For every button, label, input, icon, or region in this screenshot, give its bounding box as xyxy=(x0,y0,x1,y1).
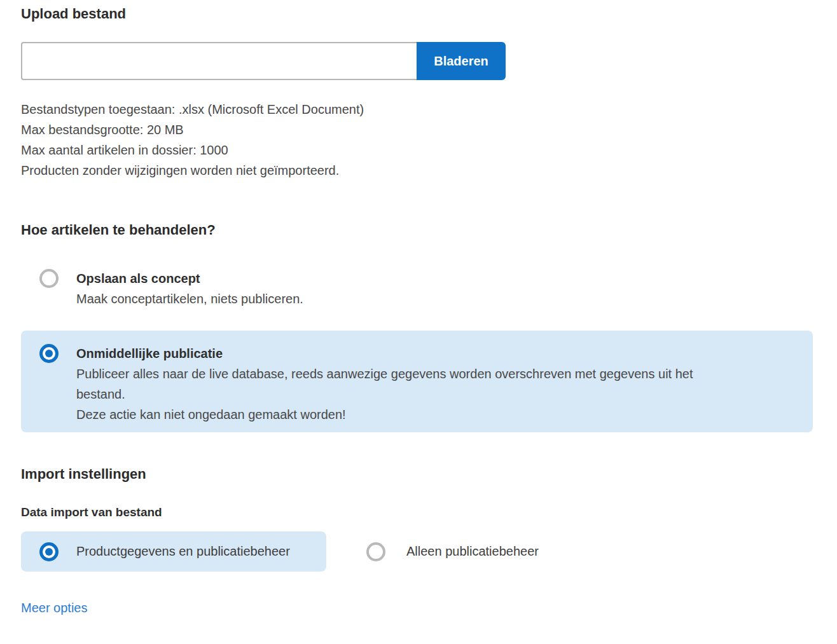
option-save-as-draft-text: Opslaan als concept Maak conceptartikele… xyxy=(76,268,303,309)
option-immediate-publication-label: Onmiddellijke publicatie xyxy=(76,343,725,364)
upload-section-heading: Upload bestand xyxy=(21,5,813,23)
option-save-as-draft-description: Maak conceptartikelen, niets publiceren. xyxy=(76,289,303,309)
data-import-options-row: Productgegevens en publicatiebeheer Alle… xyxy=(21,531,813,572)
option-product-data-and-publication[interactable]: Productgegevens en publicatiebeheer xyxy=(21,531,326,572)
handling-section-heading: Hoe artikelen te behandelen? xyxy=(21,221,813,239)
radio-publication-only[interactable] xyxy=(366,542,385,561)
more-options-link[interactable]: Meer opties xyxy=(21,601,88,615)
import-settings-heading: Import instellingen xyxy=(21,465,813,483)
import-upload-page: Upload bestand Bladeren Bestandstypen to… xyxy=(0,0,837,644)
browse-button[interactable]: Bladeren xyxy=(417,42,506,80)
radio-dot xyxy=(45,350,53,357)
upload-note-filetypes: Bestandstypen toegestaan: .xlsx (Microso… xyxy=(21,99,813,120)
upload-note-unchanged: Producten zonder wijzigingen worden niet… xyxy=(21,160,813,181)
radio-product-data-and-publication[interactable] xyxy=(39,542,59,561)
option-product-data-and-publication-label: Productgegevens en publicatiebeheer xyxy=(76,544,290,559)
radio-immediate-publication[interactable] xyxy=(39,344,59,363)
upload-notes: Bestandstypen toegestaan: .xlsx (Microso… xyxy=(21,99,813,181)
option-immediate-publication-description: Publiceer alles naar de live database, r… xyxy=(76,364,725,404)
option-immediate-publication-warning: Deze actie kan niet ongedaan gemaakt wor… xyxy=(76,404,725,425)
data-import-label: Data import van bestand xyxy=(21,505,813,520)
option-immediate-publication[interactable]: Onmiddellijke publicatie Publiceer alles… xyxy=(21,331,813,432)
option-save-as-draft[interactable]: Opslaan als concept Maak conceptartikele… xyxy=(21,256,813,317)
option-save-as-draft-label: Opslaan als concept xyxy=(76,268,303,289)
radio-save-as-draft[interactable] xyxy=(39,269,59,288)
option-immediate-publication-text: Onmiddellijke publicatie Publiceer alles… xyxy=(76,343,725,425)
option-publication-only-label: Alleen publicatiebeheer xyxy=(406,544,539,559)
file-upload-input[interactable] xyxy=(21,42,417,80)
radio-dot xyxy=(45,548,53,556)
upload-note-maxarticles: Max aantal artikelen in dossier: 1000 xyxy=(21,140,813,160)
file-upload-row: Bladeren xyxy=(21,42,813,80)
option-publication-only[interactable]: Alleen publicatiebeheer xyxy=(348,531,555,572)
upload-note-maxsize: Max bestandsgrootte: 20 MB xyxy=(21,120,813,140)
